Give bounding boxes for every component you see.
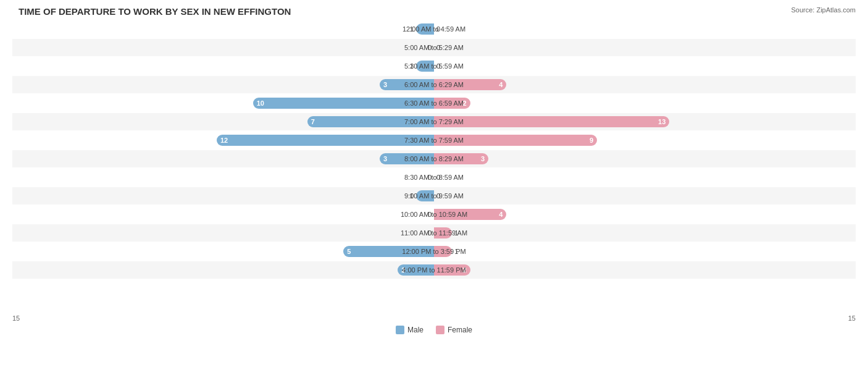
chart-row: 8:00 AM to 8:29 AM33 [12, 150, 856, 167]
legend-male-label: Male [407, 326, 424, 334]
chart-row: 5:30 AM to 5:59 AM10 [12, 57, 856, 75]
male-value-label: 7 [311, 118, 315, 125]
male-bar: 1 [416, 190, 434, 201]
chart-row: 7:30 AM to 7:59 AM129 [12, 132, 856, 149]
female-zero-label: 0 [436, 25, 440, 33]
female-bar: 1 [434, 246, 452, 257]
male-bar: 3 [380, 79, 434, 90]
chart-row: 11:00 AM to 11:59 AM01 [12, 224, 856, 242]
female-bar: 1 [434, 227, 452, 238]
chart-title: TIME OF DEPARTURE TO WORK BY SEX IN NEW … [12, 6, 856, 17]
male-bar: 1 [416, 23, 434, 35]
male-zero-label: 0 [428, 211, 432, 218]
male-bar: 12 [217, 135, 434, 146]
female-zero-label: 0 [436, 192, 440, 200]
female-value-label: 9 [590, 137, 593, 144]
axis-right: 15 [848, 314, 856, 322]
chart-row: 6:00 AM to 6:29 AM34 [12, 76, 856, 93]
male-value-label: 5 [347, 248, 351, 255]
male-bar: 2 [398, 264, 434, 276]
female-value-label: 13 [658, 118, 666, 125]
female-value-label-outside: 1 [454, 248, 458, 255]
female-bar: 4 [434, 209, 506, 220]
male-bar: 7 [307, 116, 434, 127]
legend-male-box [396, 326, 404, 334]
time-label: 5:00 AM to 5:29 AM [404, 44, 464, 51]
male-value-label: 3 [383, 155, 387, 162]
female-zero-label: 0 [436, 44, 440, 51]
legend-male: Male [396, 326, 424, 334]
female-zero-label: 0 [436, 62, 440, 70]
axis-left: 15 [12, 314, 20, 322]
male-value-label: 12 [220, 137, 228, 144]
male-value-label: 3 [383, 81, 387, 88]
male-zero-label: 0 [428, 174, 432, 181]
legend-female: Female [436, 326, 472, 334]
male-bar: 3 [380, 153, 434, 164]
bars-area: 12:00 AM to 4:59 AM105:00 AM to 5:29 AM0… [12, 20, 856, 313]
male-bar: 5 [343, 246, 434, 257]
male-zero-label: 0 [428, 229, 432, 237]
female-value-label: 2 [463, 266, 467, 274]
female-value-label: 4 [499, 211, 503, 218]
female-value-label: 3 [481, 155, 485, 162]
chart-container: TIME OF DEPARTURE TO WORK BY SEX IN NEW … [0, 0, 868, 367]
female-bar: 3 [434, 153, 488, 164]
chart-row: 12:00 AM to 4:59 AM10 [12, 20, 856, 38]
axis-labels: 15 15 [12, 314, 856, 322]
female-value-label-outside: 1 [454, 229, 458, 237]
male-value-label-outside: 1 [410, 192, 414, 200]
female-value-label: 2 [463, 99, 467, 107]
male-value-label: 10 [257, 99, 264, 107]
chart-row: 5:00 AM to 5:29 AM00 [12, 39, 856, 56]
male-bar: 1 [416, 61, 434, 72]
time-label: 8:30 AM to 8:59 AM [404, 174, 464, 181]
source-label: Source: ZipAtlas.com [791, 6, 856, 14]
female-bar: 4 [434, 79, 506, 90]
legend-female-box [436, 326, 444, 334]
chart-row: 8:30 AM to 8:59 AM00 [12, 169, 856, 186]
chart-row: 10:00 AM to 10:59 AM04 [12, 206, 856, 223]
legend: Male Female [12, 326, 856, 334]
chart-row: 6:30 AM to 6:59 AM102 [12, 95, 856, 112]
female-bar: 13 [434, 116, 669, 127]
female-bar: 2 [434, 264, 470, 276]
chart-row: 12:00 PM to 3:59 PM51 [12, 243, 856, 260]
female-bar: 2 [434, 98, 470, 109]
female-value-label: 4 [499, 81, 503, 88]
legend-female-label: Female [448, 326, 472, 334]
female-zero-label: 0 [436, 174, 440, 181]
male-value-label-outside: 1 [410, 62, 414, 70]
female-bar: 9 [434, 135, 597, 146]
male-value-label-outside: 1 [410, 25, 414, 33]
chart-row: 7:00 AM to 7:29 AM713 [12, 113, 856, 130]
male-zero-label: 0 [428, 44, 432, 51]
chart-row: 9:00 AM to 9:59 AM10 [12, 187, 856, 205]
male-bar: 10 [253, 98, 434, 109]
chart-row: 4:00 PM to 11:59 PM22 [12, 261, 856, 279]
male-value-label: 2 [401, 266, 405, 274]
